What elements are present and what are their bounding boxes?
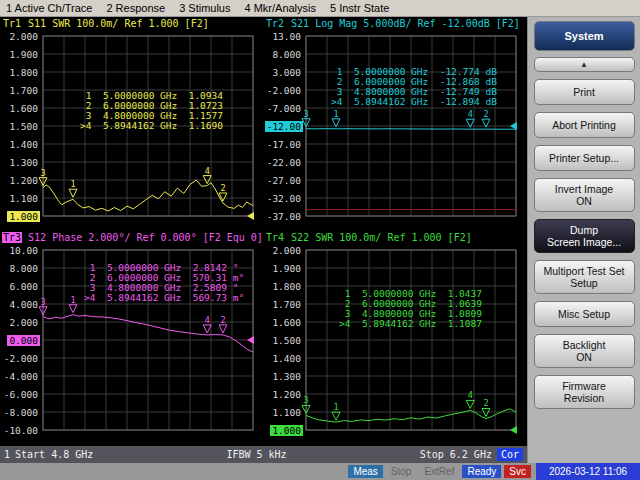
trace-window-tr4[interactable]: Tr4 S22 SWR 100.0m/ Ref 1.000 [F2] 2.000… [263, 231, 527, 446]
y-axis-label: 1.900 [7, 49, 40, 60]
y-axis-label: -22.00 [265, 157, 303, 168]
vna-application: 1 Active Ch/Trace 2 Response 3 Stimulus … [0, 0, 640, 480]
y-axis-label: 1.300 [270, 371, 303, 382]
softkey-dump-screen-image[interactable]: DumpScreen Image... [534, 219, 635, 253]
marker-readout-tr2: 1 5.0000000 GHz -12.774 dB 2 6.0000000 G… [331, 67, 497, 107]
marker-symbol[interactable] [219, 325, 227, 333]
y-axis-label: 1.700 [7, 85, 40, 96]
y-axis-label: 8.000 [7, 263, 40, 274]
y-axis-labels: 10.008.0006.0004.0002.0000.000-2.000-4.0… [0, 245, 42, 446]
trace-line [306, 129, 516, 130]
softkey-print[interactable]: Print [534, 79, 635, 105]
softkey-system[interactable]: System [534, 21, 635, 51]
softkey-invert-image-on[interactable]: Invert ImageON [534, 178, 635, 212]
y-axis-label: 4.000 [7, 299, 40, 310]
y-axis-label: 1.700 [270, 299, 303, 310]
trace-window-tr3[interactable]: Tr3 S12 Phase 2.000°/ Ref 0.000° [F2 Equ… [0, 231, 263, 446]
trace-header-tr2[interactable]: Tr2 S21 Log Mag 5.000dB/ Ref -12.00dB [F… [263, 17, 527, 31]
y-axis-label: -2.000 [265, 85, 303, 96]
plot-area: 1234 1 5.0000000 GHz 1.0934 2 6.0000000 … [42, 31, 263, 231]
trace-name[interactable]: Tr4 [265, 232, 285, 243]
plot-area: 1234 1 5.0000000 GHz 2.8142 ° 2 6.000000… [42, 245, 263, 446]
plot-area: 1234 1 5.0000000 GHz -12.774 dB 2 6.0000… [305, 31, 527, 231]
grid-lines [306, 36, 516, 216]
status-svc: Svc [504, 465, 531, 478]
softkey-backlight-on[interactable]: BacklightON [534, 334, 635, 368]
marker-number: 2 [483, 398, 488, 408]
y-axis-label: 1.400 [270, 353, 303, 364]
marker-number: 1 [333, 402, 338, 412]
trace-header-tr4[interactable]: Tr4 S22 SWR 100.0m/ Ref 1.000 [F2] [263, 231, 527, 245]
marker-symbol[interactable] [203, 325, 211, 333]
softkey-firmware-revision[interactable]: FirmwareRevision [534, 375, 635, 409]
marker-number: 3 [40, 168, 45, 178]
y-axis-label: 1.300 [7, 157, 40, 168]
softkey-panel: System ▲ PrintAbort PrintingPrinter Setu… [527, 17, 640, 463]
menu-item-instr-state[interactable]: 5 Instr State [330, 2, 389, 14]
marker-number: 4 [205, 166, 210, 176]
marker-symbol[interactable] [69, 189, 77, 197]
trace-header-tr3[interactable]: Tr3 S12 Phase 2.000°/ Ref 0.000° [F2 Equ… [0, 231, 263, 245]
channel-indicator: 1 [4, 449, 10, 460]
trace-name[interactable]: Tr1 [2, 18, 22, 29]
y-axis-label: 1.000 [7, 211, 40, 222]
y-axis-label: 1.500 [270, 335, 303, 346]
y-axis-label: 6.000 [7, 281, 40, 292]
trace-header-tr1[interactable]: Tr1 S11 SWR 100.0m/ Ref 1.000 [F2] [0, 17, 263, 31]
y-axis-label: 2.000 [270, 245, 303, 256]
marker-number: 3 [40, 297, 45, 307]
menu-item-mkr-analysis[interactable]: 4 Mkr/Analysis [244, 2, 316, 14]
trace-window-tr1[interactable]: Tr1 S11 SWR 100.0m/ Ref 1.000 [F2] 2.000… [0, 17, 263, 231]
marker-number: 2 [220, 315, 225, 325]
status-stop: Stop [386, 466, 417, 477]
status-ready: Ready [462, 465, 501, 478]
y-axis-label: 1.600 [270, 317, 303, 328]
correction-badge: Cor [497, 448, 523, 461]
marker-number: 4 [205, 315, 210, 325]
softkey-list: PrintAbort PrintingPrinter Setup...Inver… [528, 79, 640, 409]
y-axis-label: 1.100 [270, 407, 303, 418]
marker-symbol[interactable] [69, 305, 77, 313]
y-axis-labels: 2.0001.9001.8001.7001.6001.5001.4001.300… [263, 245, 305, 446]
y-axis-label: 1.500 [7, 121, 40, 132]
marker-number: 4 [468, 109, 473, 119]
y-axis-label: 1.800 [270, 281, 303, 292]
y-axis-label: -6.000 [2, 389, 40, 400]
softkey-scroll-up[interactable]: ▲ [534, 57, 635, 72]
y-axis-label: 1.600 [7, 103, 40, 114]
y-axis-label: 1.000 [270, 425, 303, 436]
marker-number: 3 [303, 395, 308, 405]
marker-number: 4 [468, 390, 473, 400]
y-axis-label: -17.00 [265, 139, 303, 150]
marker-symbol[interactable] [466, 400, 474, 408]
trace-name[interactable]: Tr3 [2, 232, 22, 243]
softkey-printer-setup[interactable]: Printer Setup... [534, 145, 635, 171]
graticule-tr2: 1234 [305, 31, 520, 223]
y-axis-label: -27.00 [265, 175, 303, 186]
y-axis-label: 1.800 [7, 67, 40, 78]
marker-number: 1 [70, 179, 75, 189]
trace-window-tr2[interactable]: Tr2 S21 Log Mag 5.000dB/ Ref -12.00dB [F… [263, 17, 527, 231]
menu-item-active-ch-trace[interactable]: 1 Active Ch/Trace [6, 2, 92, 14]
trace-name[interactable]: Tr2 [265, 18, 285, 29]
status-bar: Meas Stop ExtRef Ready Svc 2026-03-12 11… [0, 463, 640, 480]
marker-symbol[interactable] [219, 193, 227, 201]
top-menu-bar: 1 Active Ch/Trace 2 Response 3 Stimulus … [0, 0, 640, 17]
softkey-multiport-test-set-setup[interactable]: Multiport Test SetSetup [534, 260, 635, 294]
y-axis-label: -4.000 [2, 371, 40, 382]
marker-symbol[interactable] [332, 412, 340, 420]
softkey-misc-setup[interactable]: Misc Setup [534, 301, 635, 327]
stop-frequency: Stop 6.2 GHz [420, 449, 492, 460]
y-axis-label: 1.400 [7, 139, 40, 150]
y-axis-label: 8.000 [270, 49, 303, 60]
y-axis-labels: 2.0001.9001.8001.7001.6001.5001.4001.300… [0, 31, 42, 231]
y-axis-label: 2.000 [7, 31, 40, 42]
softkey-abort-printing[interactable]: Abort Printing [534, 112, 635, 138]
analyzer-screen: Tr1 S11 SWR 100.0m/ Ref 1.000 [F2] 2.000… [0, 17, 527, 463]
y-axis-label: 10.00 [7, 245, 40, 256]
trace-settings: S12 Phase 2.000°/ Ref 0.000° [F2 Equ 0] [22, 232, 263, 243]
menu-item-stimulus[interactable]: 3 Stimulus [179, 2, 230, 14]
marker-readout-tr3: 1 5.0000000 GHz 2.8142 ° 2 6.0000000 GHz… [84, 263, 244, 303]
menu-item-response[interactable]: 2 Response [106, 2, 165, 14]
marker-readout-tr1: 1 5.0000000 GHz 1.0934 2 6.0000000 GHz 1… [80, 91, 223, 131]
